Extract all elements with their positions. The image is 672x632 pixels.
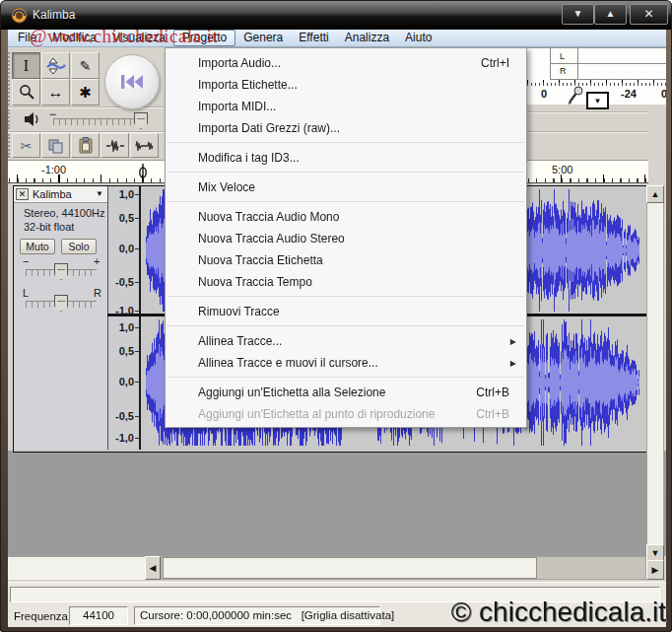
solo-button[interactable]: Solo (61, 239, 97, 254)
rate-value-field[interactable]: 44100 (69, 606, 128, 625)
menu-item[interactable]: Importa Dati Grezzi (raw)... (166, 117, 526, 139)
menubar-item-aiuto[interactable]: Aiuto (397, 30, 439, 46)
menu-item[interactable]: Mix Veloce (166, 176, 526, 198)
asterisk-icon: ✱ (79, 84, 92, 102)
menu-item[interactable]: Aggiungi un'Etichetta alla SelezioneCtrl… (166, 382, 526, 403)
input-source-dropdown[interactable]: ▼ (586, 92, 609, 109)
menu-item[interactable]: Importa Audio...Ctrl+I (166, 52, 526, 74)
minimize-button[interactable]: ▼ (562, 4, 594, 25)
ruler-tick (135, 194, 139, 195)
track-close-button[interactable]: ✕ (16, 188, 29, 200)
ruler-tick (135, 282, 139, 283)
menu-item[interactable]: Allinea Tracce...▶ (166, 330, 526, 352)
ruler-label: 0,0 (119, 243, 134, 254)
track-format-info: Stereo, 44100Hz (24, 207, 105, 219)
menu-item-label: Nuova Traccia Etichetta (198, 253, 323, 267)
silence-button[interactable] (130, 133, 159, 158)
menu-item[interactable]: Modifica i tag ID3... (166, 147, 526, 169)
meter-label-edge (577, 48, 578, 80)
vertical-scrollbar[interactable] (646, 185, 664, 562)
ruler-label: 1,0 (119, 321, 134, 333)
menu-item[interactable]: Nuova Traccia Tempo (166, 271, 526, 293)
envelope-tool-button[interactable] (41, 52, 70, 79)
menu-item-label: Aggiungi un'Etichetta alla Selezione (198, 386, 385, 399)
silence-icon (135, 138, 155, 154)
track-area-background[interactable] (8, 451, 666, 556)
watermark-bottom: © chicchedicala.it (451, 597, 666, 628)
menu-item[interactable]: Importa MIDI... (166, 96, 526, 117)
meter-right-channel-label: R (560, 66, 567, 76)
zoom-tool-button[interactable] (12, 79, 40, 105)
menu-item[interactable]: Importa Etichette... (166, 74, 526, 96)
menu-item-label: Nuova Traccia Audio Stereo (198, 232, 345, 246)
track-depth-info: 32-bit float (24, 221, 74, 233)
output-volume-slider[interactable] (53, 118, 144, 125)
menu-item-label: Importa MIDI... (198, 100, 276, 113)
track-header[interactable]: ✕ Kalimba ▼ (14, 186, 107, 203)
ruler-tick (135, 248, 139, 249)
scroll-right-button[interactable]: ▶ (646, 560, 664, 580)
skip-to-start-button[interactable] (104, 54, 160, 109)
meter-scale-right-zero: 0 (661, 88, 666, 100)
menu-separator (168, 142, 524, 143)
menubar-item-effetti[interactable]: Effetti (291, 30, 336, 46)
ruler-label: 0,0 (119, 376, 134, 387)
timeline-label: 5:00 (552, 164, 572, 176)
selection-tool-button[interactable]: I (12, 52, 40, 79)
menu-item[interactable]: Allinea Tracce e muovi il cursore...▶ (166, 352, 526, 374)
mixer-toolbar-grip[interactable] (8, 109, 13, 129)
toolbar-separator (519, 131, 666, 133)
menubar-item-analizza[interactable]: Analizza (337, 30, 397, 46)
mute-button[interactable]: Muto (20, 239, 55, 254)
menu-item[interactable]: Nuova Traccia Audio Mono (166, 206, 526, 228)
menu-item[interactable]: Rimuovi Tracce (166, 301, 526, 322)
timeshift-tool-button[interactable]: ↔ (41, 79, 70, 105)
window-title: Kalimba (33, 8, 75, 22)
menu-item[interactable]: Nuova Traccia Etichetta (166, 249, 526, 271)
magnifier-icon (18, 84, 35, 102)
watermark-top: @www.chicchedicala.it (30, 26, 218, 47)
rewind-icon (121, 74, 143, 90)
draw-tool-button[interactable]: ✎ (71, 52, 100, 79)
menu-item-label: Modifica i tag ID3... (198, 151, 300, 165)
submenu-arrow-icon: ▶ (510, 359, 516, 368)
playhead-cursor-icon[interactable] (138, 164, 148, 182)
ruler-tick (135, 438, 139, 439)
multi-tool-button[interactable]: ✱ (71, 79, 100, 105)
menu-item-label: Nuova Traccia Tempo (198, 275, 312, 289)
copy-icon (47, 138, 65, 154)
menu-separator (168, 201, 524, 202)
menu-item[interactable]: Nuova Traccia Audio Stereo (166, 228, 526, 249)
ruler-tick (135, 351, 139, 352)
meter-toolbar[interactable]: L R 0 ▼ -24 0 (527, 47, 666, 105)
vertical-scale-ruler[interactable]: 1,00,50,0-0,5-1,01,00,50,0-0,5-1,0 (107, 186, 139, 450)
ruler-label: 0,5 (119, 345, 134, 357)
menubar-item-genera[interactable]: Genera (235, 30, 291, 46)
ruler-label: 0,5 (119, 212, 134, 224)
envelope-icon (46, 57, 66, 75)
menu-item[interactable]: Aggiungi un'Etichetta al punto di riprod… (166, 403, 526, 425)
gain-slider-thumb[interactable] (54, 263, 68, 280)
track-menu-dropdown-icon[interactable]: ▼ (96, 189, 103, 198)
maximize-button[interactable]: ▲ (594, 4, 627, 25)
submenu-arrow-icon: ▶ (510, 337, 516, 346)
scroll-up-button[interactable]: ▲ (646, 185, 664, 203)
menu-item-shortcut: Ctrl+B (476, 386, 516, 399)
horizontal-scrollbar-thumb[interactable] (163, 557, 537, 579)
scroll-left-button[interactable]: ◀ (145, 556, 161, 580)
clipboard-icon (78, 137, 94, 154)
pan-slider-thumb[interactable] (54, 295, 68, 312)
close-button[interactable]: ✕ (630, 4, 668, 25)
rate-label: Frequenza: (14, 610, 71, 622)
project-menu: Importa Audio...Ctrl+IImporta Etichette.… (165, 47, 527, 428)
track-name: Kalimba (33, 188, 72, 200)
trim-button[interactable] (101, 133, 129, 158)
ruler-tick (135, 382, 139, 383)
toolbar-separator (519, 111, 666, 113)
scrollbar-corner (8, 556, 145, 580)
ruler-tick (135, 327, 139, 328)
cut-button[interactable]: ✂ (12, 133, 40, 158)
output-volume-thumb[interactable] (134, 112, 148, 129)
paste-button[interactable] (71, 133, 100, 158)
copy-button[interactable] (41, 133, 70, 158)
